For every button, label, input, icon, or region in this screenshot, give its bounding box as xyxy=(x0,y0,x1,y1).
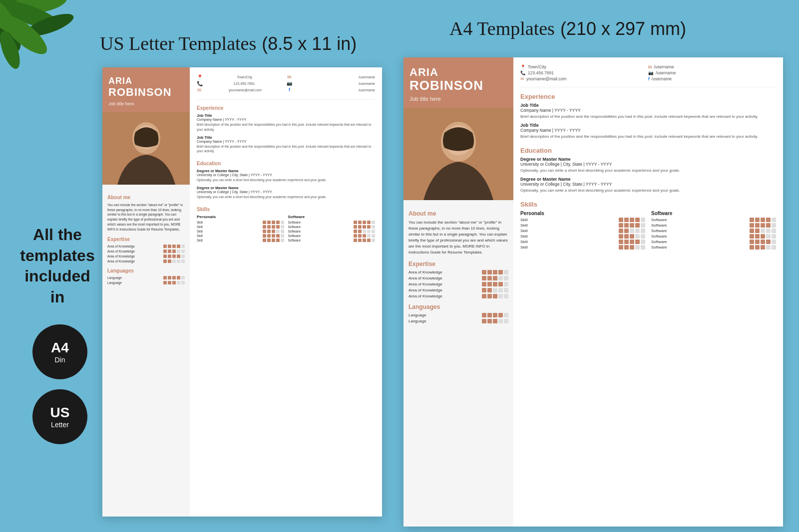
dot xyxy=(168,260,171,263)
personals-col-a4: Personals Skill Skill Skill xyxy=(520,211,645,251)
experience-title-us: Experience xyxy=(197,105,375,111)
dot-empty xyxy=(372,230,375,233)
dot-empty xyxy=(641,240,645,244)
skill-item: Software xyxy=(288,225,376,229)
skill-dots xyxy=(163,260,185,263)
contact-cell: 📍 Town/City xyxy=(520,64,648,69)
svg-point-6 xyxy=(0,28,24,71)
svg-point-7 xyxy=(0,9,52,60)
dot xyxy=(272,239,275,242)
languages-list-a4: Language Language xyxy=(408,313,508,323)
dot xyxy=(263,239,266,242)
contact-cell: f /username xyxy=(648,76,776,81)
dot xyxy=(172,255,176,258)
skill-dots xyxy=(354,230,375,233)
dot xyxy=(619,234,623,239)
about-text-us: You can include the section "about me" o… xyxy=(107,203,185,232)
dot xyxy=(272,234,275,238)
skill-dots xyxy=(482,270,508,274)
dot xyxy=(493,270,497,274)
phone-icon: 📞 xyxy=(197,81,202,86)
dot xyxy=(367,225,371,229)
circle-us: US Letter xyxy=(32,389,87,444)
dot-empty xyxy=(493,288,497,292)
dot-empty xyxy=(504,319,508,323)
dot xyxy=(624,234,629,239)
skill-item: Skill xyxy=(197,234,284,238)
dot xyxy=(755,223,760,228)
dot xyxy=(367,221,371,224)
contact-row: 📍 Town/City in /username xyxy=(197,74,375,79)
expertise-row: Area of Knowledge xyxy=(408,276,508,280)
dot-empty xyxy=(772,234,776,239)
dot-empty xyxy=(367,230,371,233)
dot xyxy=(358,230,362,233)
dot xyxy=(168,255,171,258)
dot xyxy=(482,288,486,292)
dot xyxy=(354,221,357,224)
contact-grid-a4: 📍 Town/City in /username 📞 123.456.7891 … xyxy=(520,64,776,81)
job-title-a4: Job title here xyxy=(409,96,507,102)
software-col: Software Software Software Software xyxy=(288,215,376,243)
skill-dots xyxy=(354,225,375,229)
dot xyxy=(172,250,176,253)
dot xyxy=(367,239,371,242)
dot xyxy=(177,245,180,248)
dot xyxy=(766,218,771,222)
skill-dots xyxy=(619,218,645,222)
skill-dots xyxy=(619,240,645,244)
skill-item: Skill xyxy=(520,229,645,233)
dot-empty xyxy=(181,260,185,263)
experience-title-a4: Experience xyxy=(520,93,776,100)
dot xyxy=(624,229,629,233)
expertise-row: Area of Knowledge xyxy=(408,288,508,292)
contact-row: ✉ yourname@mail.com f /username xyxy=(197,87,375,92)
dot xyxy=(354,230,357,233)
resume-header-us: ARIA ROBINSON Job title here xyxy=(102,67,190,112)
dot xyxy=(624,218,629,222)
skill-item: Software xyxy=(288,230,376,233)
dot xyxy=(487,313,492,317)
dot-empty xyxy=(372,225,375,229)
dot xyxy=(267,225,271,229)
skill-item: Software xyxy=(651,229,776,233)
dot-empty xyxy=(761,229,765,233)
dot xyxy=(163,250,167,253)
skill-item: Software xyxy=(288,239,376,242)
education-title-us: Education xyxy=(197,161,375,166)
profile-photo-us xyxy=(102,112,190,185)
expertise-list-us: Area of Knowledge Area of Knowledge Area… xyxy=(107,245,185,263)
svg-point-5 xyxy=(24,9,76,40)
expertise-title-us: Expertise xyxy=(107,237,185,242)
contact-cell: 📷 /username xyxy=(648,70,776,75)
personals-header: Personals xyxy=(197,215,284,219)
dot xyxy=(624,245,629,250)
expertise-row: Area of Knowledge xyxy=(107,260,185,263)
facebook-icon: f xyxy=(289,87,290,92)
dot xyxy=(750,245,754,250)
svg-point-4 xyxy=(0,0,21,38)
a4-template-title: A4 Templates xyxy=(449,18,555,39)
skill-dots xyxy=(354,221,375,224)
dot xyxy=(630,234,634,239)
dot-empty xyxy=(504,313,508,317)
dot-empty xyxy=(641,218,645,222)
linkedin-icon-a4: in xyxy=(648,64,652,69)
last-name-us: ROBINSON xyxy=(108,86,184,98)
dot-empty xyxy=(641,223,645,228)
dot xyxy=(172,245,176,248)
dot xyxy=(163,281,167,284)
dot-empty xyxy=(766,234,771,239)
dot-empty xyxy=(181,250,185,253)
skill-item: Skill xyxy=(520,240,645,244)
dot xyxy=(358,225,362,229)
dot xyxy=(619,218,623,222)
profile-photo-svg-us xyxy=(102,112,190,185)
dot xyxy=(267,230,271,233)
skill-dots xyxy=(619,223,645,228)
dot-empty xyxy=(641,245,645,250)
circle-us-label: US xyxy=(50,405,70,421)
left-content-a4: About me You can include the section "ab… xyxy=(403,200,513,527)
dot xyxy=(498,270,503,274)
skill-item: Skill xyxy=(197,221,284,224)
